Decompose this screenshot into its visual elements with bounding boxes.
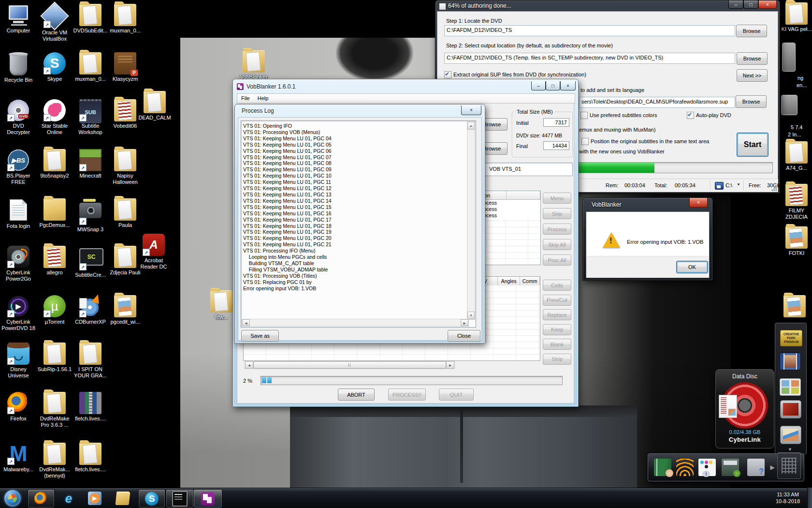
desktop-icon-computer[interactable]: Computer [1,4,36,34]
position-checkbox[interactable] [581,138,589,145]
desktop-icon-subrip-1-56-1[interactable]: SubRip-1.56.1 [37,343,72,373]
close-log-button[interactable]: Close [448,330,480,342]
maximize-button[interactable]: □ [743,0,758,9]
start-button[interactable] [2,489,23,507]
browse-sup-button[interactable]: Browse [736,95,767,108]
drive-value[interactable]: C:\ [725,182,732,188]
desktop-icon-subtitle-workshop[interactable]: ↗Subtitle Workshop [73,99,108,135]
desktop-icon-oracle-vm-virtualbox[interactable]: ↗Oracle VM VirtualBox [37,4,72,42]
manual-icon[interactable] [654,459,671,476]
grid-button[interactable] [777,452,801,479]
prev-cut-button[interactable]: Prev/Cut [543,295,571,306]
help-folder-icon[interactable] [747,459,765,476]
save-as-button[interactable]: Save as [241,330,279,342]
data-disc-gadget[interactable]: Data Disc 0.02/4.38 GB CyberLink [715,369,774,448]
dock-phototool-thumbnail[interactable] [780,426,801,444]
use-colors-checkbox[interactable] [580,112,588,119]
desktop-icon-dead-calm[interactable]: DEAD_CALM [137,91,172,121]
drive-dropdown-icon[interactable]: ▼ [737,182,740,187]
dvd-path-input[interactable]: C:\FAFDM_D12\VIDEO_TS [444,25,735,36]
close-button[interactable]: × [461,105,481,115]
skip-all-button[interactable]: Skip All [543,239,571,250]
scroll-up-icon[interactable]: ▲ [467,122,475,130]
desktop-icon-fletch-lives-[interactable]: fletch.lives.... [73,443,108,473]
desktop-icon-skype[interactable]: ↗Skype [37,52,72,82]
process-button[interactable]: PROCESS!! [388,388,426,401]
start-button[interactable]: Start [737,133,768,157]
show-desktop-button[interactable] [807,488,812,508]
skip-button[interactable]: Skip [543,208,571,219]
taskbar-button-firefox[interactable] [28,489,55,508]
desktop-icon-dvdremake-pro-3-6-3-[interactable]: DvdReMake Pro 3.6.3 ... [37,392,72,428]
table-header-Comm[interactable]: Comm [520,277,540,285]
scroll-down-icon[interactable]: ▼ [467,312,475,319]
desktop-icon-dvdremak-bennyd-[interactable]: DvdReMak... (bennyd) [37,443,72,479]
desktop-icon-subtitlecre-[interactable]: ↗SubtitleCre... [73,246,108,278]
scroll-left-icon[interactable]: ◀ [245,361,253,369]
popup-arrow-icon[interactable]: ▶ [769,459,776,476]
abort-button[interactable]: ABORT [338,388,375,401]
proc-all-button[interactable]: Proc.All [543,254,571,266]
keep-button[interactable]: Keep [543,324,571,335]
creative-park-premium-button[interactable]: CREATIVE PARK PREMIUM [780,330,802,346]
scroll-right-icon[interactable]: ▶ [461,319,468,326]
desktop-icon-muxman-0-[interactable]: muxman_0... [108,4,143,34]
desktop-icon-9to5napisy2[interactable]: 9to5napisy2 [37,149,72,179]
desktop-icon-muxman-0-[interactable]: muxman_0... [73,52,108,82]
horizontal-scrollbar[interactable]: ◀ ▶ [245,361,455,369]
scroll-right-icon[interactable]: ▶ [446,361,454,369]
close-button[interactable]: × [560,81,576,90]
scroll-left-icon[interactable]: ◀ [242,319,250,326]
desktop-icon-cdburnerxp[interactable]: ↗CDBurnerXP [73,295,108,325]
process-button[interactable]: Process [543,224,571,235]
taskbar-button-wmp[interactable] [84,489,106,507]
minimize-button[interactable]: – [728,0,743,9]
desktop-icon-a74-g-[interactable]: A74_G... [779,141,812,171]
desktop-icon-minecraft[interactable]: ↗Minecraft [73,149,108,179]
desktop-icon-folder-photo[interactable] [777,295,812,319]
desktop-icon-i-spit-on-your-gra-[interactable]: I SPIT ON YOUR GRA... [73,343,108,379]
resize-grip[interactable] [771,185,777,191]
strip-button[interactable]: Strip [543,354,571,365]
taskbar-button-skype[interactable]: S [138,489,165,508]
desktop-icon-cyberlink-power2go[interactable]: ↗CyberLink Power2Go [1,246,36,282]
ok-button[interactable]: OK [676,261,708,273]
close-button[interactable]: × [689,198,708,208]
blank-button[interactable]: Blank [543,339,571,350]
cells-button[interactable]: Cells [543,280,571,291]
desktop-icon-disney-universe[interactable]: ↗Disney Universe [1,343,36,379]
maximize-button[interactable]: □ [546,81,560,90]
dock-movie-thumbnail[interactable] [780,400,801,418]
log-textarea[interactable]: VTS 01: Opening IFOVTS 01: Processing VO… [241,120,476,328]
clock[interactable]: 11:33 AM 10-8-2018 [770,491,805,505]
desktop-icon-vobblanker[interactable]: VobBlanker [236,50,271,80]
desktop-icon-malwareby-[interactable]: ↗Malwareby... [1,443,36,473]
taskbar-button-console[interactable] [166,489,194,508]
desktop-icon-recycle-bin[interactable]: Recycle Bin [1,52,36,83]
desktop-icon-allegro[interactable]: allegro [37,246,72,276]
next-button[interactable]: Next >> [737,69,768,82]
table-header-blank[interactable] [507,191,540,199]
vertical-scrollbar[interactable]: ▲ ▼ [467,121,475,320]
dock-photos-thumbnail[interactable] [780,379,800,395]
desktop-icon-dvd-decrypter[interactable]: ↗DVD Decrypter [1,99,36,135]
quit-button[interactable]: QUIT [439,388,474,401]
menu-item-file[interactable]: File [237,94,254,103]
taskbar-button-vobblanker[interactable] [193,489,222,508]
taskbar-button-explorer[interactable] [110,489,135,507]
dock-expand-icon[interactable]: ▼ [788,447,792,452]
desktop-icon-mwsnap-3[interactable]: ↗MWSnap 3 [73,198,108,233]
minimize-button[interactable]: – [531,81,546,90]
desktop-icon-acrobat-reader-dc[interactable]: ↗Acrobat Reader DC [136,234,171,270]
menu-item-help[interactable]: Help [254,94,273,103]
desktop-icon-napisy-halloween[interactable]: Napisy Halloween [108,149,143,185]
desktop-icon-fota-login[interactable]: Fota login [1,198,36,229]
menu-button[interactable]: Menu [543,193,571,204]
browse-dvd-button[interactable]: Browse [736,25,767,37]
extract-sup-checkbox[interactable] [444,71,451,78]
desktop-icon-cyberlink-powerdvd-18[interactable]: ↗CyberLink PowerDVD 18 [1,295,36,331]
browse-output-button[interactable]: Browse [737,52,768,65]
desktop-icon-filmy-zdjecia[interactable]: FILMY ZDJECIA [779,184,812,220]
desktop-icon-bs-player-free[interactable]: ↗BS.Player FREE [1,149,36,185]
desktop-icon-pgcdemux-[interactable]: PgcDemux... [37,198,72,228]
